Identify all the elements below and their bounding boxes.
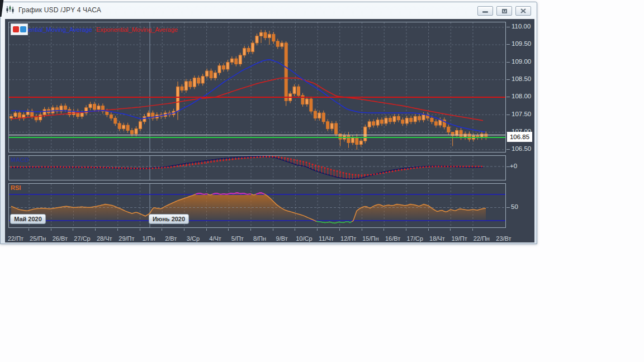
- date-tick-mark: [295, 228, 295, 231]
- date-tick-label: 27/Ср: [70, 235, 94, 242]
- date-tick-mark: [339, 228, 340, 231]
- rsi-chart[interactable]: [9, 184, 505, 227]
- date-tick-label: 3/Ср: [181, 235, 205, 242]
- price-tick-mark: [506, 62, 510, 63]
- price-axis: 110.00109.50109.00108.50108.00107.50107.…: [506, 19, 534, 242]
- date-tick-label: 8/Пн: [247, 235, 272, 242]
- date-tick-label: 15/Пн: [358, 235, 383, 242]
- candlestick-chart-icon: [5, 5, 15, 15]
- date-tick-label: 23/Вт: [491, 235, 516, 242]
- date-tick-label: 9/Вт: [269, 235, 294, 242]
- date-tick-mark: [184, 228, 184, 231]
- minimize-button[interactable]: [477, 6, 493, 16]
- current-price-label: 106.85: [507, 132, 532, 142]
- date-tick-mark: [472, 228, 473, 231]
- date-tick-label: 12/Пт: [336, 235, 361, 242]
- macd-panel: MACD: [8, 155, 506, 180]
- date-tick-mark: [273, 228, 273, 231]
- month-label-june: Июнь 2020: [149, 214, 189, 224]
- date-tick-label: 10/Ср: [292, 235, 316, 242]
- date-tick-mark: [450, 228, 451, 231]
- date-tick-label: 1/Пн: [136, 235, 161, 242]
- desktop: График USD /JPY 4 ЧАСА Exponential_Movin…: [0, 0, 644, 362]
- price-tick-label: 109.50: [512, 40, 531, 48]
- rsi-panel: RSI Май 2020 Июнь 2020: [8, 183, 506, 228]
- date-tick-label: 22/Пт: [3, 235, 28, 242]
- window-title: График USD /JPY 4 ЧАСА: [18, 6, 101, 14]
- price-tick-mark: [506, 27, 510, 27]
- date-tick-label: 28/Чт: [92, 235, 117, 242]
- chart-client-area: Exponential_Moving_Average Exponential_M…: [5, 19, 534, 242]
- date-tick-label: 29/Пт: [114, 235, 139, 242]
- date-tick-mark: [95, 228, 96, 231]
- maximize-button[interactable]: [496, 6, 512, 16]
- close-button[interactable]: [515, 6, 531, 16]
- price-tick-mark: [506, 149, 510, 150]
- price-tick-label: 110.00: [512, 23, 531, 31]
- date-tick-mark: [317, 228, 318, 231]
- maximize-icon: [502, 9, 507, 13]
- price-tick-label: 108.50: [512, 75, 531, 83]
- price-tick-mark: [506, 44, 510, 45]
- date-tick-label: 19/Пт: [447, 235, 472, 242]
- window-controls: [477, 6, 531, 16]
- date-tick-label: 17/Ср: [402, 235, 427, 242]
- date-tick-label: 5/Пт: [225, 235, 250, 242]
- date-tick-mark: [117, 228, 118, 231]
- date-tick-mark: [51, 228, 51, 231]
- price-panel: Exponential_Moving_Average Exponential_M…: [8, 22, 506, 153]
- price-tick-mark: [506, 97, 510, 97]
- date-tick-label: 11/Чт: [314, 235, 339, 242]
- candlestick-chart[interactable]: [9, 22, 505, 152]
- date-tick-mark: [406, 228, 406, 231]
- price-tick-label: 108.00: [512, 93, 531, 101]
- price-tick-label: 109.00: [512, 58, 531, 66]
- date-tick-mark: [29, 228, 29, 231]
- date-tick-mark: [162, 228, 162, 231]
- date-tick-mark: [140, 228, 140, 231]
- price-tick-mark: [506, 115, 510, 115]
- date-tick-mark: [228, 228, 229, 231]
- date-tick-label: 4/Чт: [203, 235, 228, 242]
- month-label-may: Май 2020: [10, 214, 46, 224]
- date-tick-label: 25/Пн: [26, 235, 50, 242]
- date-tick-mark: [73, 228, 73, 231]
- date-tick-mark: [362, 228, 362, 231]
- minimize-icon: [482, 11, 488, 13]
- macd-chart[interactable]: [9, 156, 505, 180]
- price-tick-label: 106.50: [512, 145, 531, 153]
- date-tick-label: 16/Вт: [381, 235, 405, 242]
- date-tick-label: 2/Вт: [159, 235, 183, 242]
- date-tick-label: 18/Чт: [425, 235, 449, 242]
- title-bar[interactable]: График USD /JPY 4 ЧАСА: [1, 2, 537, 17]
- chart-window: График USD /JPY 4 ЧАСА Exponential_Movin…: [0, 2, 537, 244]
- price-tick-mark: [506, 79, 510, 80]
- date-tick-label: 22/Пн: [469, 235, 494, 242]
- close-icon: [520, 8, 526, 13]
- date-tick-label: 26/Вт: [48, 235, 72, 242]
- price-tick-label: 107.50: [512, 111, 531, 118]
- date-tick-mark: [206, 228, 207, 231]
- date-tick-mark: [428, 228, 429, 231]
- date-tick-mark: [250, 228, 251, 231]
- date-tick-mark: [383, 228, 384, 231]
